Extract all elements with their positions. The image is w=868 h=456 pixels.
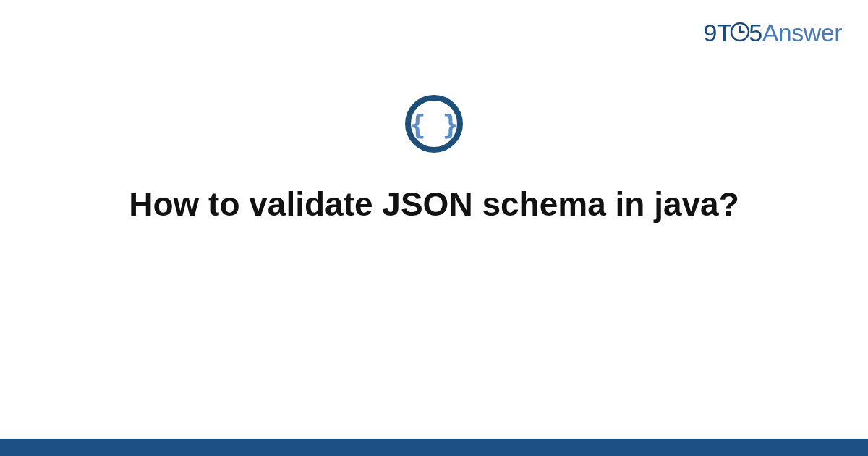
brand-part-5: 5: [749, 19, 762, 46]
brand-part-answer: Answer: [762, 19, 842, 46]
site-brand: 9T 5Answer: [704, 19, 843, 49]
clock-icon: [730, 20, 750, 48]
question-title: How to validate JSON schema in java?: [129, 184, 739, 226]
brand-part-t: T: [717, 19, 731, 46]
bottom-accent-bar: [0, 439, 868, 456]
svg-text:{ }: { }: [409, 109, 459, 140]
main-content: { } How to validate JSON schema in java?: [0, 94, 868, 226]
brand-part-9: 9: [704, 19, 717, 46]
json-braces-icon: { }: [404, 94, 464, 153]
